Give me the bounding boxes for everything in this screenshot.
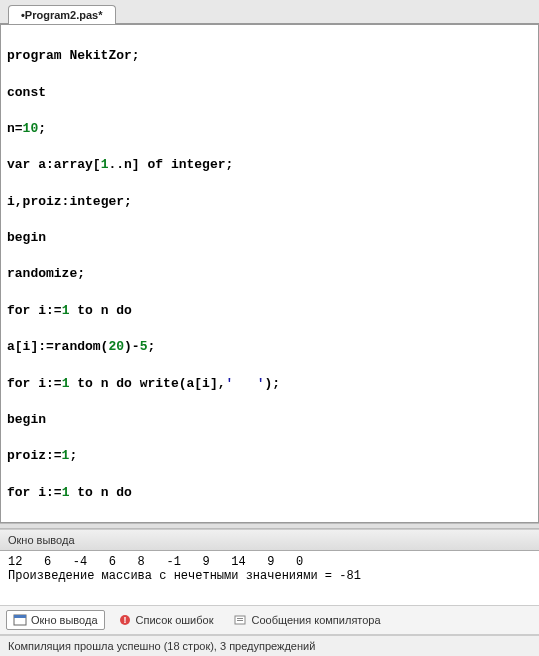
ident: i:=	[30, 303, 61, 318]
ident: i:=	[30, 485, 61, 500]
ident: i:=	[30, 376, 61, 391]
sp	[163, 157, 171, 172]
kw: to	[77, 485, 93, 500]
punct: ;	[38, 121, 46, 136]
output-line: Произведение массива с нечетными значени…	[8, 569, 361, 583]
ident: i,proiz:	[7, 194, 69, 209]
error-list-icon: !	[118, 613, 132, 627]
punct: )-	[124, 339, 140, 354]
kw: program	[7, 48, 62, 63]
kw: for	[7, 303, 30, 318]
num: 20	[108, 339, 124, 354]
tab-label: Список ошибок	[136, 614, 214, 626]
punct: ;	[226, 157, 234, 172]
punct: [	[93, 157, 101, 172]
output-panel-header: Окно вывода	[0, 529, 539, 551]
svg-text:!: !	[123, 615, 126, 625]
kw: array	[54, 157, 93, 172]
punct: ;	[147, 339, 155, 354]
kw: for	[7, 485, 30, 500]
tab-label: Окно вывода	[31, 614, 98, 626]
ident: proiz:=	[7, 448, 62, 463]
ident: a[i]:=random(	[7, 339, 108, 354]
kw: var	[7, 157, 30, 172]
str: ' '	[226, 376, 265, 391]
tab-output-window[interactable]: Окно вывода	[6, 610, 105, 630]
ident: ..n]	[108, 157, 147, 172]
kw: do	[116, 376, 132, 391]
output-window-icon	[13, 613, 27, 627]
kw: do	[116, 485, 132, 500]
ident: n	[93, 376, 116, 391]
ident: randomize;	[7, 266, 85, 281]
ident: write(a[i],	[132, 376, 226, 391]
ident: n=	[7, 121, 23, 136]
punct: ;	[69, 448, 77, 463]
type: integer	[69, 194, 124, 209]
kw: to	[77, 303, 93, 318]
kw: to	[77, 376, 93, 391]
punct: );	[265, 376, 281, 391]
svg-rect-1	[14, 615, 26, 618]
status-bar: Компиляция прошла успешно (18 строк), 3 …	[0, 635, 539, 656]
tab-label: Сообщения компилятора	[251, 614, 380, 626]
num: 10	[23, 121, 39, 136]
code-editor[interactable]: program NekitZor; const n=10; var a:arra…	[0, 24, 539, 523]
type: integer	[171, 157, 226, 172]
ident: n	[93, 485, 116, 500]
kw: begin	[7, 412, 46, 427]
kw: of	[147, 157, 163, 172]
ident: a:	[30, 157, 53, 172]
output-panel-body[interactable]: 12 6 -4 6 8 -1 9 14 9 0 Произведение мас…	[0, 551, 539, 605]
bottom-tab-bar: Окно вывода ! Список ошибок Сообщения ко…	[0, 605, 539, 635]
ident: NekitZor;	[62, 48, 140, 63]
output-line: 12 6 -4 6 8 -1 9 14 9 0	[8, 555, 303, 569]
tab-bar: •Program2.pas*	[0, 0, 539, 24]
punct: ;	[124, 194, 132, 209]
file-tab[interactable]: •Program2.pas*	[8, 5, 116, 24]
kw: begin	[7, 230, 46, 245]
tab-error-list[interactable]: ! Список ошибок	[111, 610, 221, 630]
compiler-messages-icon	[233, 613, 247, 627]
ident: n	[93, 303, 116, 318]
kw: for	[7, 376, 30, 391]
kw: do	[116, 303, 132, 318]
tab-compiler-messages[interactable]: Сообщения компилятора	[226, 610, 387, 630]
kw: const	[7, 85, 46, 100]
